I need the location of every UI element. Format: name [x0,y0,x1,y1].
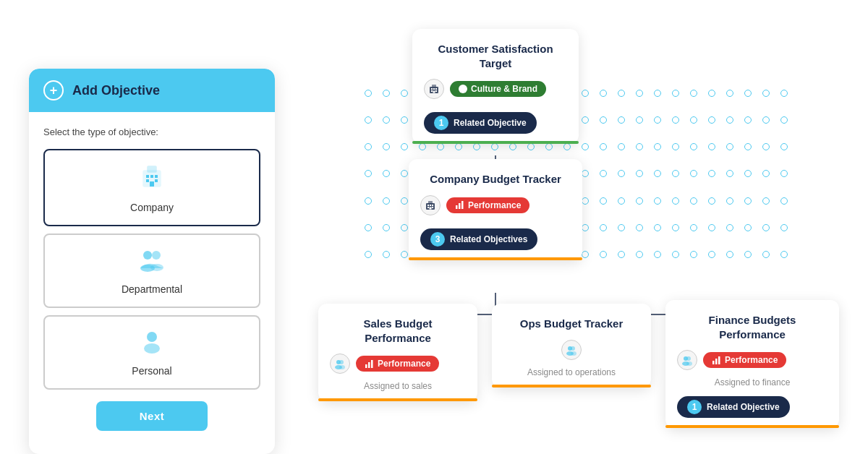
svg-point-13 [144,343,160,354]
company-label: Company [130,202,174,213]
svg-rect-3 [150,175,153,178]
card-middle-tags: Performance [420,195,571,215]
card-top-toggle [459,85,467,93]
top-related-label: Related Objective [454,118,527,128]
card-middle-badge: Performance [446,197,529,213]
card-bottom-right-icon [677,350,697,370]
svg-point-49 [571,351,576,356]
option-personal[interactable]: Personal [43,315,260,390]
svg-rect-32 [432,205,433,206]
svg-rect-54 [712,361,715,364]
svg-point-9 [152,251,161,260]
svg-point-51 [686,356,691,361]
next-button[interactable]: Next [96,401,208,431]
card-bottom-left-title: Sales Budget Performance [330,317,466,345]
panel-body: Select the type of objective: Company [29,112,275,437]
chart-icon-finance [712,356,721,365]
top-related-count: 1 [434,116,448,130]
card-bottom-right-title: Finance Budgets Performance [677,313,827,341]
svg-rect-23 [433,88,435,90]
svg-rect-45 [371,360,373,368]
svg-point-42 [339,365,345,369]
card-bottom-left-bar [318,398,477,401]
bottom-right-related-badge: 1 Related Objective [677,396,790,418]
card-top-badge-label: Culture & Brand [471,84,537,94]
personal-icon [139,328,165,359]
card-top-tags: Culture & Brand [424,79,567,99]
svg-rect-27 [433,91,435,93]
svg-rect-29 [428,201,433,204]
chart-icon-sales [365,359,374,369]
diagram-area: (function(){ const dp = document.querySe… [311,14,846,448]
bottom-right-related-label: Related Objective [707,402,780,412]
card-middle-related: 3 Related Objectives [420,223,571,250]
option-company[interactable]: Company [43,149,260,226]
card-middle-icon [420,195,441,215]
svg-point-12 [147,332,157,342]
panel-title: Add Objective [72,83,160,98]
card-bottom-right-related: 1 Related Objective [677,390,827,418]
svg-rect-7 [150,181,154,187]
card-bottom-left-icon [330,354,350,374]
card-bottom-left-badge-label: Performance [378,359,430,369]
svg-point-11 [150,264,163,271]
svg-rect-55 [715,359,718,364]
middle-related-label: Related Objectives [450,234,527,244]
svg-rect-5 [146,179,149,182]
svg-rect-44 [368,362,370,368]
card-bottom-left-assigned: Assigned to sales [330,381,466,391]
svg-rect-35 [430,207,432,209]
card-bottom-right-tags: Performance [677,350,827,370]
chart-icon [455,200,464,210]
card-bottom-right-badge-label: Performance [725,355,778,365]
svg-rect-43 [365,364,367,368]
svg-rect-4 [155,175,158,178]
plus-icon: + [43,80,64,100]
middle-related-badge: 3 Related Objectives [420,228,537,250]
card-company-budget: Company Budget Tracker [409,159,582,260]
svg-rect-24 [435,88,437,90]
svg-rect-6 [155,179,158,182]
svg-rect-25 [431,90,433,92]
card-ops-budget: Ops Budget Tracker Assigned to operation… [492,304,651,387]
card-customer-satisfaction: Customer Satisfaction Target Culture & B… [412,29,579,144]
personal-label: Personal [132,365,171,377]
svg-point-53 [686,361,692,366]
card-bottom-left-tags: Performance [330,354,466,374]
departmental-label: Departmental [122,283,182,295]
svg-rect-26 [435,90,437,92]
svg-rect-1 [148,166,156,172]
svg-rect-31 [430,205,431,206]
card-finance-budget: Finance Budgets Performance Performance [665,300,839,428]
departmental-icon [137,247,166,278]
svg-point-8 [143,251,152,260]
card-top-icon [424,79,444,99]
card-middle-title: Company Budget Tracker [420,172,571,187]
middle-related-count: 3 [430,232,445,247]
card-top-title: Customer Satisfaction Target [424,42,567,70]
card-top-bar [412,141,579,144]
card-bottom-center-icon [561,340,582,360]
card-top-badge: Culture & Brand [450,81,546,97]
bottom-right-related-count: 1 [687,400,702,414]
panel-subtitle: Select the type of objective: [43,127,260,137]
svg-point-40 [339,360,344,364]
card-bottom-right-badge: Performance [703,352,786,368]
svg-rect-21 [432,85,436,87]
svg-rect-33 [427,207,429,208]
svg-rect-2 [146,175,149,178]
top-related-badge: 1 Related Objective [424,112,537,134]
company-icon [137,162,166,196]
panel-header: + Add Objective [29,69,275,112]
option-departmental[interactable]: Departmental [43,234,260,308]
svg-rect-37 [459,203,461,209]
svg-rect-34 [432,207,433,208]
card-bottom-center-title: Ops Budget Tracker [503,317,639,331]
svg-rect-38 [461,201,464,209]
card-top-related: 1 Related Objective [424,106,567,134]
card-bottom-center-bar [492,385,651,387]
card-bottom-center-assigned: Assigned to operations [503,367,639,377]
card-bottom-right-bar [665,425,839,428]
card-sales-budget: Sales Budget Performance Performance [318,304,477,401]
card-bottom-center-tags [503,340,639,360]
